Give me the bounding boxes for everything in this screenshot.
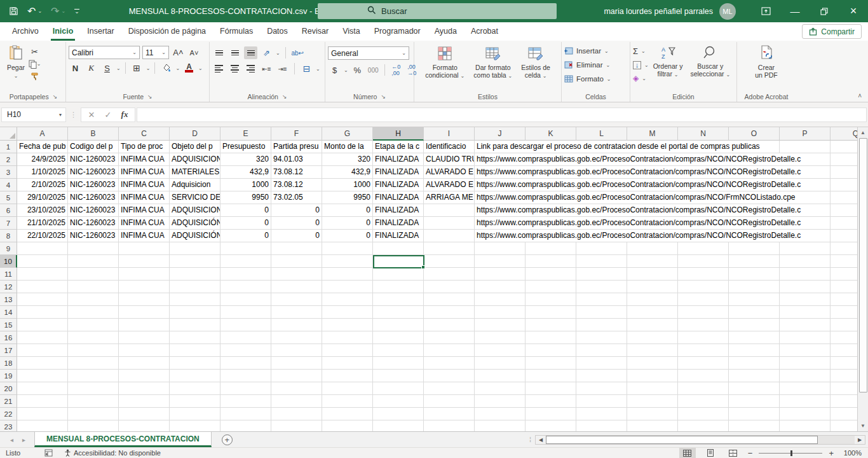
cell-G18[interactable] (322, 357, 373, 370)
cell-M21[interactable] (627, 395, 678, 408)
cell-H15[interactable] (373, 319, 424, 331)
cell-H18[interactable] (373, 357, 424, 370)
cell-F6[interactable]: 0 (271, 204, 322, 217)
cell-P14[interactable] (780, 306, 831, 319)
cell-I15[interactable] (424, 319, 475, 331)
cell-E16[interactable] (220, 331, 271, 344)
collapse-ribbon-icon[interactable]: ˄ (858, 92, 862, 99)
macro-record-icon[interactable] (44, 449, 53, 457)
cell-C12[interactable] (119, 281, 170, 293)
cell-K21[interactable] (526, 395, 576, 408)
cell-L10[interactable] (576, 255, 627, 268)
cell-F7[interactable]: 0 (271, 217, 322, 230)
cell-G22[interactable] (322, 408, 373, 420)
scroll-down-icon[interactable]: ▼ (858, 420, 868, 431)
cell-N11[interactable] (678, 268, 729, 281)
cell-G14[interactable] (322, 306, 373, 319)
cell-H23[interactable] (373, 420, 424, 431)
cell-I14[interactable] (424, 306, 475, 319)
cell-P18[interactable] (780, 357, 831, 370)
cell-D8[interactable]: ADQUISICIÓN (170, 230, 220, 242)
cell-F14[interactable] (271, 306, 322, 319)
row-header-17[interactable]: 17 (0, 344, 17, 357)
cell-N10[interactable] (678, 255, 729, 268)
cell-E5[interactable]: 9950 (220, 191, 271, 204)
cell-A23[interactable] (17, 420, 68, 431)
cell-P23[interactable] (780, 420, 831, 431)
cell-E20[interactable] (220, 382, 271, 395)
cell-N19[interactable] (678, 370, 729, 382)
ribbon-display-options-icon[interactable] (751, 0, 780, 22)
cell-A16[interactable] (17, 331, 68, 344)
customize-qat-icon[interactable]: ⌄ (74, 9, 79, 13)
row-header-12[interactable]: 12 (0, 281, 17, 293)
cell-D22[interactable] (170, 408, 220, 420)
cell-F4[interactable]: 73.08.12 (271, 179, 322, 191)
cell-B10[interactable] (68, 255, 119, 268)
cell-H6[interactable]: FINALIZADA (373, 204, 424, 217)
cell-E11[interactable] (220, 268, 271, 281)
comma-format-icon[interactable]: 000 (367, 64, 380, 76)
cell-B14[interactable] (68, 306, 119, 319)
merge-center-icon[interactable]: ⊟ (300, 62, 313, 75)
scroll-left-icon[interactable]: ◀ (536, 436, 546, 444)
minimize-button[interactable]: — (780, 0, 810, 22)
find-select-button[interactable]: Buscar y seleccionar ⌄ (687, 43, 733, 81)
cell-Q10[interactable] (831, 255, 857, 268)
cell-H13[interactable] (373, 293, 424, 306)
cell-E4[interactable]: 1000 (220, 179, 271, 191)
cell-F17[interactable] (271, 344, 322, 357)
cell-H11[interactable] (373, 268, 424, 281)
cell-P16[interactable] (780, 331, 831, 344)
cell-A1[interactable]: Fecha de pub (17, 141, 68, 153)
cell-K10[interactable] (526, 255, 576, 268)
cell-F23[interactable] (271, 420, 322, 431)
cell-I23[interactable] (424, 420, 475, 431)
cell-J18[interactable] (475, 357, 526, 370)
cell-I8[interactable] (424, 230, 475, 242)
cell-E8[interactable]: 0 (220, 230, 271, 242)
cell-D20[interactable] (170, 382, 220, 395)
cell-C10[interactable] (119, 255, 170, 268)
column-header-H[interactable]: H (373, 127, 424, 141)
tab-ayuda[interactable]: Ayuda (428, 22, 464, 41)
cell-M14[interactable] (627, 306, 678, 319)
cell-E14[interactable] (220, 306, 271, 319)
cell-Q22[interactable] (831, 408, 857, 420)
save-icon[interactable] (9, 6, 18, 16)
cell-Q4[interactable] (831, 179, 857, 191)
sort-filter-button[interactable]: AZ Ordenar y filtrar ⌄ (650, 43, 686, 81)
cell-O19[interactable] (729, 370, 780, 382)
cell-G12[interactable] (322, 281, 373, 293)
cell-O11[interactable] (729, 268, 780, 281)
cell-O15[interactable] (729, 319, 780, 331)
column-header-A[interactable]: A (17, 127, 68, 141)
cell-C17[interactable] (119, 344, 170, 357)
cell-A21[interactable] (17, 395, 68, 408)
cell-K14[interactable] (526, 306, 576, 319)
cell-A11[interactable] (17, 268, 68, 281)
row-header-10[interactable]: 10 (0, 255, 17, 268)
cell-L23[interactable] (576, 420, 627, 431)
cell-C19[interactable] (119, 370, 170, 382)
cell-D11[interactable] (170, 268, 220, 281)
cell-D19[interactable] (170, 370, 220, 382)
cell-A19[interactable] (17, 370, 68, 382)
cell-B17[interactable] (68, 344, 119, 357)
row-header-14[interactable]: 14 (0, 306, 17, 319)
cell-C22[interactable] (119, 408, 170, 420)
orientation-icon[interactable]: ⇗ (260, 46, 273, 59)
row-header-23[interactable]: 23 (0, 420, 17, 431)
close-button[interactable]: × (839, 0, 868, 22)
cell-M11[interactable] (627, 268, 678, 281)
cell-C16[interactable] (119, 331, 170, 344)
cell-O16[interactable] (729, 331, 780, 344)
cell-G13[interactable] (322, 293, 373, 306)
cell-G11[interactable] (322, 268, 373, 281)
cell-Q12[interactable] (831, 281, 857, 293)
cell-H20[interactable] (373, 382, 424, 395)
cell-I21[interactable] (424, 395, 475, 408)
cell-H7[interactable]: FINALIZADA (373, 217, 424, 230)
horizontal-scrollbar[interactable]: ◀ ▶ (535, 435, 865, 445)
row-header-20[interactable]: 20 (0, 382, 17, 395)
